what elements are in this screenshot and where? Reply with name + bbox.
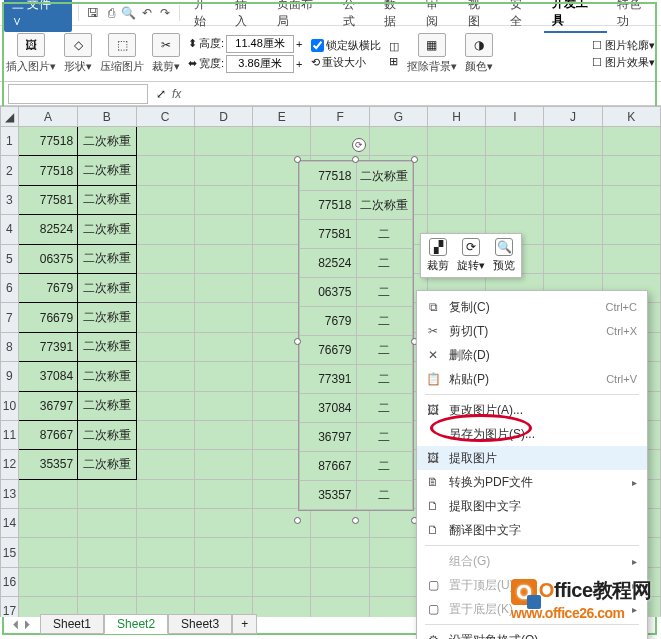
cell[interactable]	[194, 273, 252, 302]
cell[interactable]: 77391	[18, 332, 77, 361]
cell[interactable]	[136, 215, 194, 244]
cell[interactable]	[486, 156, 544, 185]
cell[interactable]	[194, 127, 252, 156]
sheet-tab-1[interactable]: Sheet1	[40, 614, 104, 634]
cell[interactable]	[194, 420, 252, 449]
cell[interactable]	[544, 215, 602, 244]
cell[interactable]: 87667	[18, 420, 77, 449]
cell[interactable]	[602, 185, 660, 214]
mini-crop-button[interactable]: ▞裁剪	[427, 238, 449, 273]
row-header[interactable]: 3	[1, 185, 19, 214]
cell[interactable]	[194, 509, 252, 538]
row-header[interactable]: 13	[1, 479, 19, 508]
cell[interactable]	[136, 127, 194, 156]
cell[interactable]	[194, 538, 252, 567]
cell[interactable]	[194, 303, 252, 332]
cell[interactable]: 77518	[18, 127, 77, 156]
cell[interactable]	[194, 156, 252, 185]
cell[interactable]: 二次称重	[78, 420, 136, 449]
row-header[interactable]: 15	[1, 538, 19, 567]
mini-preview-button[interactable]: 🔍预览	[493, 238, 515, 273]
cell[interactable]	[194, 479, 252, 508]
cell[interactable]	[311, 538, 369, 567]
mini-rotate-button[interactable]: ⟳旋转▾	[457, 238, 485, 273]
cell[interactable]	[602, 156, 660, 185]
ctx-translate-text[interactable]: 🗋翻译图中文字	[417, 518, 647, 542]
cell[interactable]	[602, 127, 660, 156]
cell[interactable]	[136, 479, 194, 508]
ctx-copy[interactable]: ⧉复制(C)Ctrl+C	[417, 295, 647, 319]
cell[interactable]	[544, 156, 602, 185]
row-header[interactable]: 8	[1, 332, 19, 361]
cell[interactable]	[428, 127, 486, 156]
cell[interactable]	[253, 127, 311, 156]
sheet-nav-icon[interactable]: ⏴⏵	[4, 617, 40, 631]
col-h[interactable]: H	[428, 107, 486, 127]
cell[interactable]	[136, 362, 194, 391]
cell[interactable]	[136, 509, 194, 538]
sheet-tab-3[interactable]: Sheet3	[168, 614, 232, 634]
cell[interactable]	[136, 244, 194, 273]
cell[interactable]	[253, 538, 311, 567]
cell[interactable]: 二次称重	[78, 450, 136, 479]
cell[interactable]	[18, 509, 77, 538]
cell[interactable]	[194, 244, 252, 273]
cell[interactable]: 06375	[18, 244, 77, 273]
cell[interactable]	[311, 567, 369, 596]
cell[interactable]	[544, 185, 602, 214]
sheet-tab-2[interactable]: Sheet2	[104, 614, 168, 634]
cell[interactable]: 77581	[18, 185, 77, 214]
cell[interactable]	[486, 185, 544, 214]
ctx-extract-pic[interactable]: 🖼提取图片	[417, 446, 647, 470]
cell[interactable]	[136, 332, 194, 361]
cell[interactable]	[78, 509, 136, 538]
cell[interactable]	[253, 567, 311, 596]
cell[interactable]: 36797	[18, 391, 77, 420]
cell[interactable]: 35357	[18, 450, 77, 479]
cell[interactable]	[428, 185, 486, 214]
col-e[interactable]: E	[253, 107, 311, 127]
cell[interactable]	[253, 597, 311, 617]
cell[interactable]: 二次称重	[78, 185, 136, 214]
col-f[interactable]: F	[311, 107, 369, 127]
cell[interactable]	[194, 567, 252, 596]
row-header[interactable]: 1	[1, 127, 19, 156]
cell[interactable]	[194, 215, 252, 244]
cell[interactable]	[136, 391, 194, 420]
ctx-paste[interactable]: 📋粘贴(P)Ctrl+V	[417, 367, 647, 391]
cell[interactable]	[136, 185, 194, 214]
row-header[interactable]: 4	[1, 215, 19, 244]
cell[interactable]	[428, 156, 486, 185]
row-header[interactable]: 6	[1, 273, 19, 302]
cell[interactable]: 二次称重	[78, 244, 136, 273]
cell[interactable]	[194, 450, 252, 479]
row-header[interactable]: 10	[1, 391, 19, 420]
row-header[interactable]: 14	[1, 509, 19, 538]
row-header[interactable]: 2	[1, 156, 19, 185]
cell[interactable]	[18, 479, 77, 508]
cell[interactable]	[18, 567, 77, 596]
cell[interactable]	[194, 362, 252, 391]
cell[interactable]	[136, 420, 194, 449]
cell[interactable]	[136, 273, 194, 302]
row-header[interactable]: 16	[1, 567, 19, 596]
pasted-image[interactable]: 77518二次称重77518二次称重77581二82524二06375二7679…	[298, 160, 414, 511]
ctx-change-pic[interactable]: 🖼更改图片(A)...	[417, 398, 647, 422]
cell[interactable]: 二次称重	[78, 215, 136, 244]
ctx-extract-text[interactable]: 🗋提取图中文字	[417, 494, 647, 518]
cell[interactable]: 82524	[18, 215, 77, 244]
row-header[interactable]: 9	[1, 362, 19, 391]
cell[interactable]: 二次称重	[78, 391, 136, 420]
col-g[interactable]: G	[369, 107, 427, 127]
cell[interactable]: 37084	[18, 362, 77, 391]
cell[interactable]: 二次称重	[78, 127, 136, 156]
col-k[interactable]: K	[602, 107, 660, 127]
cell[interactable]	[486, 127, 544, 156]
col-b[interactable]: B	[78, 107, 136, 127]
cell[interactable]	[311, 509, 369, 538]
cell[interactable]	[136, 156, 194, 185]
cell[interactable]	[602, 244, 660, 273]
cell[interactable]: 二次称重	[78, 273, 136, 302]
cell[interactable]	[136, 538, 194, 567]
cell[interactable]	[136, 450, 194, 479]
